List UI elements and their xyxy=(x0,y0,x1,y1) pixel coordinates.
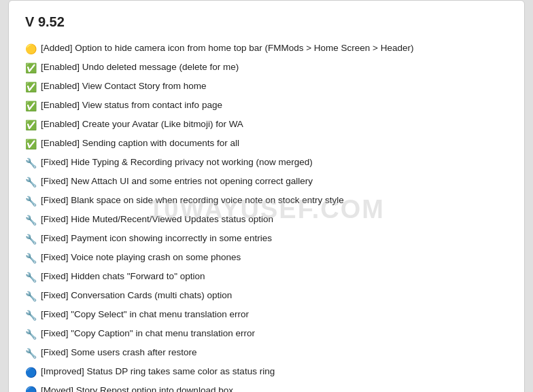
item-icon: ✅ xyxy=(25,137,37,152)
item-text: [Fixed] Some users crash after restore xyxy=(41,346,197,359)
item-text: [Enabled] Create your Avatar (Like bitmo… xyxy=(41,118,243,131)
list-item: 🔧[Fixed] Payment icon showing incorrectl… xyxy=(25,230,508,249)
item-text: [Moved] Story Repost option into downloa… xyxy=(41,384,233,392)
changelog-list: 🟡[Added] Option to hide camera icon from… xyxy=(25,39,508,392)
item-icon: ✅ xyxy=(25,118,37,132)
item-icon: 🔧 xyxy=(25,232,37,247)
item-icon: 🔧 xyxy=(25,327,37,342)
item-text: [Enabled] View Contact Story from home xyxy=(41,79,207,93)
item-text: [Fixed] Hidden chats "Forward to" option xyxy=(41,270,205,283)
item-icon: 🔵 xyxy=(25,366,37,380)
item-icon: 🔧 xyxy=(25,213,37,228)
list-item: 🔧[Fixed] Blank space on side when record… xyxy=(25,192,508,211)
list-item: 🔧[Fixed] Hide Muted/Recent/Viewed Update… xyxy=(25,211,508,230)
item-text: [Fixed] Blank space on side when recordi… xyxy=(41,194,344,207)
version-title: V 9.52 xyxy=(25,14,508,30)
list-item: 🔧[Fixed] New Attach UI and some entries … xyxy=(25,173,508,192)
list-item: 🔧[Fixed] Conversation Cards (multi chats… xyxy=(25,287,508,306)
list-item: 🔵[Improved] Status DP ring takes same co… xyxy=(25,363,508,382)
item-icon: ✅ xyxy=(25,80,37,94)
list-item: ✅[Enabled] Sending caption with document… xyxy=(25,135,508,154)
item-text: [Added] Option to hide camera icon from … xyxy=(41,41,414,55)
list-item: 🔧[Fixed] "Copy Select" in chat menu tran… xyxy=(25,306,508,325)
item-icon: 🔧 xyxy=(25,308,37,323)
list-item: ✅[Enabled] View status from contact info… xyxy=(25,96,508,115)
item-icon: 🟡 xyxy=(25,42,37,56)
item-text: [Fixed] Hide Typing & Recording privacy … xyxy=(41,156,313,169)
item-icon: 🔧 xyxy=(25,270,37,285)
list-item: 🔧[Fixed] Some users crash after restore xyxy=(25,344,508,363)
item-text: [Improved] Status DP ring takes same col… xyxy=(41,365,275,378)
item-text: [Enabled] Undo deleted message (delete f… xyxy=(41,60,239,74)
list-item: 🔵[Moved] Story Repost option into downlo… xyxy=(25,382,508,392)
item-text: [Fixed] New Attach UI and some entries n… xyxy=(41,175,313,188)
list-item: 🔧[Fixed] Hide Typing & Recording privacy… xyxy=(25,154,508,173)
item-text: [Fixed] Payment icon showing incorrectly… xyxy=(41,232,272,245)
list-item: ✅[Enabled] View Contact Story from home xyxy=(25,77,508,96)
item-icon: 🔧 xyxy=(25,194,37,209)
item-icon: 🔧 xyxy=(25,289,37,304)
item-text: [Enabled] View status from contact info … xyxy=(41,99,222,112)
item-icon: 🔧 xyxy=(25,156,37,171)
item-text: [Fixed] "Copy Caption" in chat menu tran… xyxy=(41,327,255,340)
changelog-card: 10WAYUSEF.COM V 9.52 🟡[Added] Option to … xyxy=(8,0,525,392)
item-text: [Fixed] "Copy Select" in chat menu trans… xyxy=(41,308,249,321)
item-text: [Fixed] Voice note playing crash on some… xyxy=(41,251,241,264)
item-icon: 🔧 xyxy=(25,251,37,266)
item-icon: ✅ xyxy=(25,61,37,75)
list-item: 🔧[Fixed] Hidden chats "Forward to" optio… xyxy=(25,268,508,287)
list-item: ✅[Enabled] Create your Avatar (Like bitm… xyxy=(25,115,508,135)
item-icon: 🔧 xyxy=(25,346,37,361)
item-icon: 🔵 xyxy=(25,385,37,392)
item-icon: 🔧 xyxy=(25,175,37,190)
item-text: [Fixed] Hide Muted/Recent/Viewed Updates… xyxy=(41,213,273,226)
list-item: ✅[Enabled] Undo deleted message (delete … xyxy=(25,58,508,77)
item-text: [Fixed] Conversation Cards (multi chats)… xyxy=(41,289,232,302)
list-item: 🔧[Fixed] Voice note playing crash on som… xyxy=(25,249,508,268)
item-text: [Enabled] Sending caption with documents… xyxy=(41,137,239,150)
item-icon: ✅ xyxy=(25,99,37,113)
list-item: 🟡[Added] Option to hide camera icon from… xyxy=(25,39,508,58)
list-item: 🔧[Fixed] "Copy Caption" in chat menu tra… xyxy=(25,325,508,344)
